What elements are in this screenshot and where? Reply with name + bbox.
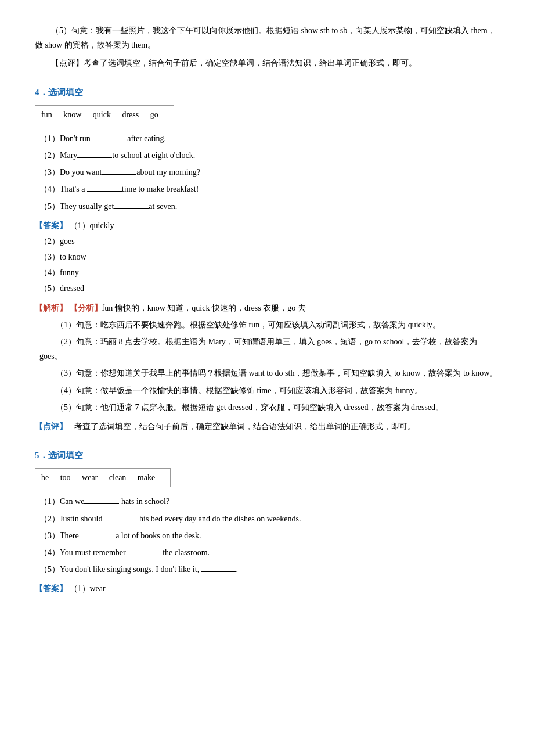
section4-analysis: 【解析】 【分析】fun 愉快的，know 知道，quick 快速的，dress…: [35, 301, 499, 415]
q5-4: （4）You must remember the classroom.: [35, 545, 499, 560]
section5-answers: 【答案】 （1）wear: [35, 581, 499, 596]
section5-answer1: （1）wear: [70, 584, 106, 593]
section4-comment: 【点评】 考查了选词填空，结合句子前后，确定空缺单词，结合语法知识，给出单词的正…: [35, 419, 499, 434]
word-know: know: [63, 110, 81, 119]
word-wear: wear: [82, 473, 98, 482]
q4-3: （3）Do you wantabout my morning?: [35, 165, 499, 179]
section4: 4．选词填空 fun know quick dress go （1）Don't …: [35, 85, 499, 434]
section4-answer1: （1）quickly: [70, 221, 114, 230]
word-too: too: [60, 473, 71, 482]
section4-answer-label: 【答案】: [35, 221, 67, 230]
section4-answer3: （3）to know: [35, 250, 499, 264]
section5-title: 5．选词填空: [35, 448, 499, 463]
section4-analysis-intro: 【解析】 【分析】fun 愉快的，know 知道，quick 快速的，dress…: [35, 301, 499, 315]
word-make: make: [138, 473, 155, 482]
section4-analysis4: （4）句意：做早饭是一个很愉快的事情。根据空缺修饰 time，可知应该填入形容词…: [35, 383, 499, 398]
section5: 5．选词填空 be too wear clean make （1）Can we …: [35, 448, 499, 596]
section4-comment-text: 考查了选词填空，结合句子前后，确定空缺单词，结合语法知识，给出单词的正确形式，即…: [70, 422, 416, 431]
section4-analysis1: （1）句意：吃东西后不要快速奔跑。根据空缺处修饰 run，可知应该填入动词副词形…: [35, 318, 499, 332]
q4-5: （5）They usually getat seven.: [35, 199, 499, 214]
section4-answer4: （4）funny: [35, 265, 499, 280]
intro-section: （5）句意：我有一些照片，我这个下午可以向你展示他们。根据短语 show sth…: [35, 23, 499, 71]
word-clean: clean: [109, 473, 127, 482]
section4-answer5: （5）dressed: [35, 281, 499, 296]
word-go: go: [150, 110, 158, 119]
word-fun: fun: [41, 110, 52, 119]
section4-analysis2: （2）句意：玛丽 8 点去学校。根据主语为 Mary，可知谓语用单三，填入 go…: [35, 334, 499, 363]
word-be: be: [41, 473, 49, 482]
q4-2: （2）Maryto school at eight o'clock.: [35, 148, 499, 163]
word-dress: dress: [122, 110, 139, 119]
section5-wordbox: be too wear clean make: [35, 468, 171, 487]
q4-1: （1）Don't run after eating.: [35, 131, 499, 146]
section4-answers: 【答案】 （1）quickly （2）goes （3）to know （4）fu…: [35, 218, 499, 296]
q5-3: （3）There a lot of books on the desk.: [35, 528, 499, 543]
section5-questions: （1）Can we hats in school? （2）Justin shou…: [35, 494, 499, 577]
q5-5: （5）You don't like singing songs. I don't…: [35, 562, 499, 577]
intro-comment: 【点评】考查了选词填空，结合句子前后，确定空缺单词，结合语法知识，给出单词正确形…: [35, 56, 499, 70]
section4-analysis5: （5）句意：他们通常 7 点穿衣服。根据短语 get dressed，穿衣服，可…: [35, 400, 499, 415]
fenxi-label: 【分析】: [70, 304, 102, 312]
section4-comment-label: 【点评】: [35, 422, 67, 431]
q5-1: （1）Can we hats in school?: [35, 494, 499, 509]
section4-analysis3: （3）句意：你想知道关于我早上的事情吗？根据短语 want to do sth，…: [35, 366, 499, 380]
intro-para5: （5）句意：我有一些照片，我这个下午可以向你展示他们。根据短语 show sth…: [35, 23, 499, 52]
word-quick: quick: [93, 110, 111, 119]
q5-2: （2）Justin should his bed every day and d…: [35, 512, 499, 526]
q4-4: （4）That's a time to make breakfast!: [35, 182, 499, 196]
section4-title: 4．选词填空: [35, 85, 499, 100]
section4-answer2: （2）goes: [35, 234, 499, 249]
section5-answer-label: 【答案】: [35, 584, 67, 593]
analysis-label: 【解析】: [35, 304, 67, 312]
section4-questions: （1）Don't run after eating. （2）Maryto sch…: [35, 131, 499, 214]
section4-wordbox: fun know quick dress go: [35, 105, 174, 124]
